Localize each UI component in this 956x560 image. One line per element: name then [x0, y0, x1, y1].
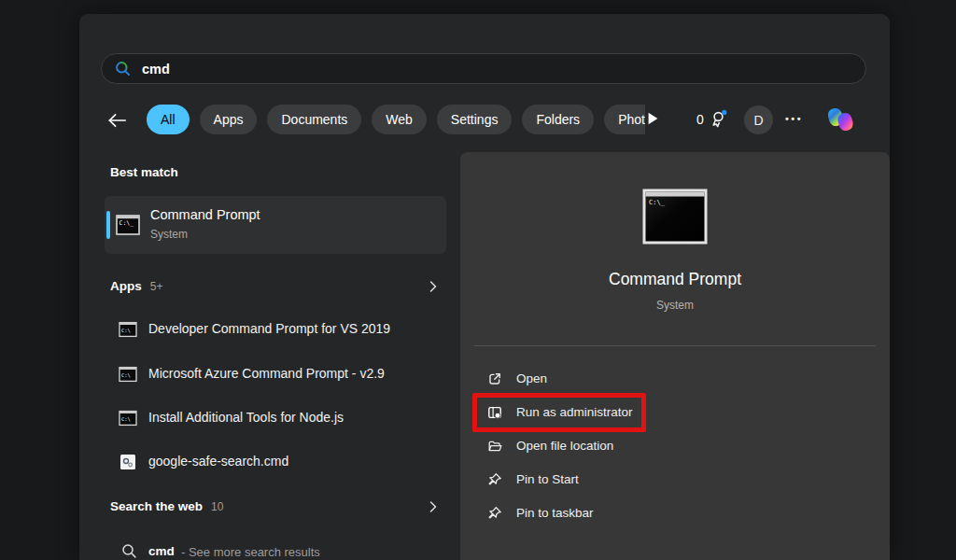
best-match-subtitle: System [150, 228, 188, 241]
list-item-azure-cmd[interactable]: C:\ Microsoft Azure Command Prompt - v2.… [105, 359, 446, 389]
svg-text:C:\: C:\ [121, 416, 131, 422]
open-icon [487, 371, 502, 386]
best-match-header: Best match [110, 165, 178, 179]
action-label: Run as administrator [516, 405, 633, 419]
tab-apps[interactable]: Apps [200, 105, 258, 134]
search-input[interactable]: cmd [101, 53, 866, 84]
action-label: Open file location [516, 439, 613, 453]
web-search-result[interactable]: cmd - See more search results [105, 537, 446, 560]
action-open-file-location[interactable]: Open file location [466, 429, 884, 463]
action-pin-to-taskbar[interactable]: Pin to taskbar [466, 497, 884, 530]
web-count: 10 [211, 500, 223, 513]
cmd-app-icon: C:\_ [115, 212, 141, 238]
account-avatar[interactable]: D [744, 105, 773, 134]
copilot-icon[interactable] [826, 105, 856, 134]
cmd-app-icon: C:\ [119, 365, 137, 384]
list-item-label: Microsoft Azure Command Prompt - v2.9 [148, 366, 385, 381]
svg-text:C:\_: C:\_ [649, 199, 666, 206]
list-item-cmd-file[interactable]: google-safe-search.cmd [105, 447, 446, 477]
action-label: Pin to Start [516, 472, 579, 486]
svg-text:C:\: C:\ [121, 328, 131, 333]
more-tabs-icon[interactable] [647, 111, 662, 128]
tab-all[interactable]: All [147, 105, 190, 134]
tab-photos[interactable]: Photos [604, 105, 645, 134]
list-item-label: Developer Command Prompt for VS 2019 [148, 321, 390, 336]
filter-tab-bar: All Apps Documents Web Settings Folders … [79, 105, 890, 134]
selection-accent-bar [106, 211, 110, 239]
list-item-label: google-safe-search.cmd [148, 454, 288, 469]
tab-documents[interactable]: Documents [267, 105, 361, 134]
search-icon [114, 60, 132, 77]
pin-icon [487, 472, 502, 487]
back-arrow-icon[interactable] [105, 109, 128, 132]
search-outline-icon [121, 543, 137, 559]
list-item-nodejs-tools[interactable]: C:\ Install Additional Tools for Node.js [105, 403, 446, 433]
web-expand-chevron-icon[interactable] [426, 499, 441, 514]
rewards-count: 0 [696, 112, 704, 127]
list-item-dev-cmd-vs2019[interactable]: C:\ Developer Command Prompt for VS 2019 [105, 315, 446, 344]
action-pin-to-start[interactable]: Pin to Start [466, 463, 884, 497]
search-flyout-panel: cmd All Apps Documents Web Settings Fold… [79, 14, 890, 560]
filter-pills: All Apps Documents Web Settings Folders … [147, 105, 645, 134]
tab-web[interactable]: Web [372, 105, 427, 134]
tab-settings[interactable]: Settings [437, 105, 513, 134]
folder-icon [487, 439, 502, 454]
list-item-label: Install Additional Tools for Node.js [148, 410, 344, 425]
action-run-as-administrator[interactable]: Run as administrator [466, 396, 884, 429]
apps-section-header: Apps5+ [110, 279, 162, 293]
web-result-query: cmd [148, 544, 175, 558]
cmd-app-icon: C:\ [119, 320, 137, 339]
svg-text:C:\: C:\ [121, 372, 131, 378]
run-as-admin-icon [487, 405, 502, 420]
web-header-text: Search the web [110, 499, 203, 513]
search-query-text: cmd [142, 62, 170, 77]
actions-divider [474, 345, 876, 346]
action-label: Open [516, 371, 547, 385]
tab-folders[interactable]: Folders [522, 105, 594, 134]
rewards-medal-icon [709, 109, 728, 130]
action-label: Pin to taskbar [516, 506, 594, 520]
apps-header-text: Apps [110, 279, 142, 293]
best-match-result[interactable]: C:\_ Command Prompt System [105, 196, 446, 254]
overflow-menu-icon[interactable]: ••• [785, 113, 803, 124]
windows-search-overlay: cmd All Apps Documents Web Settings Fold… [0, 0, 956, 560]
apps-expand-chevron-icon[interactable] [426, 279, 441, 294]
web-result-text: - See more search results [181, 545, 320, 559]
pin-icon [487, 506, 502, 521]
action-open[interactable]: Open [466, 362, 884, 396]
best-match-title: Command Prompt [150, 207, 260, 222]
svg-text:C:\_: C:\_ [120, 219, 134, 227]
rewards-badge[interactable]: 0 [696, 109, 728, 130]
cmd-file-icon [119, 453, 137, 471]
cmd-app-icon-large: C:\_ [641, 188, 709, 245]
cmd-app-icon: C:\ [119, 409, 137, 427]
app-detail-title: Command Prompt [460, 270, 890, 289]
web-section-header: Search the web10 [110, 499, 223, 513]
app-detail-panel: C:\_ Command Prompt System Open [460, 152, 890, 560]
app-detail-subtitle: System [460, 299, 890, 312]
apps-count: 5+ [150, 280, 163, 293]
